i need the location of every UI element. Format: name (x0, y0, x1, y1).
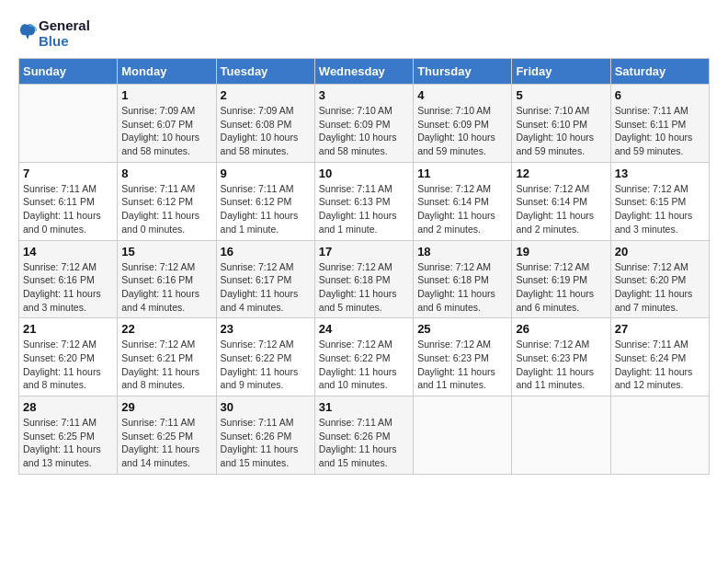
day-cell: 7Sunrise: 7:11 AM Sunset: 6:11 PM Daylig… (19, 162, 118, 240)
day-number: 18 (417, 245, 507, 259)
day-cell: 29Sunrise: 7:11 AM Sunset: 6:25 PM Dayli… (118, 396, 216, 475)
day-number: 14 (23, 245, 113, 259)
day-number: 11 (417, 167, 507, 180)
day-cell: 27Sunrise: 7:11 AM Sunset: 6:24 PM Dayli… (610, 318, 709, 396)
day-number: 19 (516, 245, 606, 259)
day-cell: 31Sunrise: 7:11 AM Sunset: 6:26 PM Dayli… (314, 396, 413, 475)
day-info: Sunrise: 7:09 AM Sunset: 6:07 PM Dayligh… (121, 104, 211, 158)
calendar-header: SundayMondayTuesdayWednesdayThursdayFrid… (19, 59, 710, 85)
day-cell: 28Sunrise: 7:11 AM Sunset: 6:25 PM Dayli… (19, 396, 118, 475)
day-info: Sunrise: 7:09 AM Sunset: 6:08 PM Dayligh… (221, 104, 311, 158)
day-info: Sunrise: 7:12 AM Sunset: 6:21 PM Dayligh… (121, 338, 211, 392)
day-cell (19, 85, 118, 163)
logo-blue: Blue (39, 34, 90, 50)
day-number: 6 (615, 88, 705, 102)
day-info: Sunrise: 7:12 AM Sunset: 6:14 PM Dayligh… (417, 182, 507, 236)
day-info: Sunrise: 7:10 AM Sunset: 6:09 PM Dayligh… (417, 104, 507, 158)
day-cell: 20Sunrise: 7:12 AM Sunset: 6:20 PM Dayli… (610, 240, 709, 318)
day-number: 17 (319, 245, 409, 259)
day-info: Sunrise: 7:10 AM Sunset: 6:10 PM Dayligh… (516, 104, 606, 158)
day-cell: 24Sunrise: 7:12 AM Sunset: 6:22 PM Dayli… (314, 318, 413, 396)
day-number: 23 (221, 322, 311, 336)
day-cell: 21Sunrise: 7:12 AM Sunset: 6:20 PM Dayli… (19, 318, 118, 396)
day-info: Sunrise: 7:11 AM Sunset: 6:11 PM Dayligh… (615, 104, 705, 158)
header-cell-thursday: Thursday (414, 59, 512, 85)
day-cell: 14Sunrise: 7:12 AM Sunset: 6:16 PM Dayli… (19, 240, 118, 318)
day-cell: 30Sunrise: 7:11 AM Sunset: 6:26 PM Dayli… (216, 396, 314, 475)
day-info: Sunrise: 7:12 AM Sunset: 6:17 PM Dayligh… (221, 260, 311, 315)
week-row-5: 28Sunrise: 7:11 AM Sunset: 6:25 PM Dayli… (19, 396, 710, 475)
day-cell: 25Sunrise: 7:12 AM Sunset: 6:23 PM Dayli… (414, 318, 512, 396)
day-cell: 6Sunrise: 7:11 AM Sunset: 6:11 PM Daylig… (610, 85, 709, 163)
day-cell (610, 396, 709, 475)
day-cell: 9Sunrise: 7:11 AM Sunset: 6:12 PM Daylig… (216, 162, 314, 240)
day-info: Sunrise: 7:11 AM Sunset: 6:25 PM Dayligh… (23, 416, 113, 470)
day-number: 25 (417, 322, 507, 336)
day-cell: 26Sunrise: 7:12 AM Sunset: 6:23 PM Dayli… (512, 318, 610, 396)
day-cell: 3Sunrise: 7:10 AM Sunset: 6:09 PM Daylig… (314, 85, 413, 163)
day-number: 1 (121, 88, 211, 102)
day-cell: 23Sunrise: 7:12 AM Sunset: 6:22 PM Dayli… (216, 318, 314, 396)
day-cell: 1Sunrise: 7:09 AM Sunset: 6:07 PM Daylig… (118, 85, 216, 163)
day-info: Sunrise: 7:12 AM Sunset: 6:23 PM Dayligh… (417, 338, 507, 392)
day-cell: 13Sunrise: 7:12 AM Sunset: 6:15 PM Dayli… (610, 162, 709, 240)
day-info: Sunrise: 7:11 AM Sunset: 6:12 PM Dayligh… (221, 182, 311, 236)
day-info: Sunrise: 7:12 AM Sunset: 6:23 PM Dayligh… (516, 338, 606, 392)
header-cell-saturday: Saturday (610, 59, 709, 85)
day-cell: 19Sunrise: 7:12 AM Sunset: 6:19 PM Dayli… (512, 240, 610, 318)
header-cell-sunday: Sunday (19, 59, 118, 85)
day-info: Sunrise: 7:11 AM Sunset: 6:24 PM Dayligh… (615, 338, 705, 392)
day-number: 21 (23, 322, 113, 336)
day-cell: 17Sunrise: 7:12 AM Sunset: 6:18 PM Dayli… (314, 240, 413, 318)
day-cell: 4Sunrise: 7:10 AM Sunset: 6:09 PM Daylig… (414, 85, 512, 163)
day-number: 9 (221, 167, 311, 180)
day-cell (512, 396, 610, 475)
day-number: 29 (121, 400, 211, 414)
day-info: Sunrise: 7:11 AM Sunset: 6:26 PM Dayligh… (319, 416, 409, 470)
day-number: 24 (319, 322, 409, 336)
day-info: Sunrise: 7:12 AM Sunset: 6:22 PM Dayligh… (221, 338, 311, 392)
day-number: 31 (319, 400, 409, 414)
day-number: 13 (615, 167, 705, 180)
header-cell-wednesday: Wednesday (314, 59, 413, 85)
day-info: Sunrise: 7:12 AM Sunset: 6:18 PM Dayligh… (417, 260, 507, 315)
day-cell: 5Sunrise: 7:10 AM Sunset: 6:10 PM Daylig… (512, 85, 610, 163)
day-info: Sunrise: 7:11 AM Sunset: 6:12 PM Dayligh… (121, 182, 211, 236)
day-info: Sunrise: 7:12 AM Sunset: 6:15 PM Dayligh… (615, 182, 705, 236)
week-row-2: 7Sunrise: 7:11 AM Sunset: 6:11 PM Daylig… (19, 162, 710, 240)
day-number: 15 (121, 245, 211, 259)
logo: General Blue (18, 18, 90, 49)
day-info: Sunrise: 7:10 AM Sunset: 6:09 PM Dayligh… (319, 104, 409, 158)
day-cell: 11Sunrise: 7:12 AM Sunset: 6:14 PM Dayli… (414, 162, 512, 240)
day-number: 3 (319, 88, 409, 102)
day-info: Sunrise: 7:12 AM Sunset: 6:22 PM Dayligh… (319, 338, 409, 392)
day-info: Sunrise: 7:11 AM Sunset: 6:11 PM Dayligh… (23, 182, 113, 236)
day-info: Sunrise: 7:11 AM Sunset: 6:13 PM Dayligh… (319, 182, 409, 236)
day-number: 16 (221, 245, 311, 259)
day-number: 26 (516, 322, 606, 336)
day-cell (414, 396, 512, 475)
header-cell-monday: Monday (118, 59, 216, 85)
day-number: 2 (221, 88, 311, 102)
day-number: 12 (516, 167, 606, 180)
logo-general: General (39, 18, 90, 34)
header-cell-tuesday: Tuesday (216, 59, 314, 85)
day-number: 20 (615, 245, 705, 259)
day-cell: 16Sunrise: 7:12 AM Sunset: 6:17 PM Dayli… (216, 240, 314, 318)
header-cell-friday: Friday (512, 59, 610, 85)
day-info: Sunrise: 7:12 AM Sunset: 6:19 PM Dayligh… (516, 260, 606, 315)
day-cell: 8Sunrise: 7:11 AM Sunset: 6:12 PM Daylig… (118, 162, 216, 240)
day-cell: 15Sunrise: 7:12 AM Sunset: 6:16 PM Dayli… (118, 240, 216, 318)
week-row-3: 14Sunrise: 7:12 AM Sunset: 6:16 PM Dayli… (19, 240, 710, 318)
day-info: Sunrise: 7:12 AM Sunset: 6:14 PM Dayligh… (516, 182, 606, 236)
day-info: Sunrise: 7:12 AM Sunset: 6:16 PM Dayligh… (121, 260, 211, 315)
day-number: 28 (23, 400, 113, 414)
day-cell: 2Sunrise: 7:09 AM Sunset: 6:08 PM Daylig… (216, 85, 314, 163)
logo-bird-icon (18, 23, 37, 41)
day-info: Sunrise: 7:11 AM Sunset: 6:26 PM Dayligh… (221, 416, 311, 470)
day-number: 22 (121, 322, 211, 336)
calendar-body: 1Sunrise: 7:09 AM Sunset: 6:07 PM Daylig… (19, 85, 710, 475)
week-row-4: 21Sunrise: 7:12 AM Sunset: 6:20 PM Dayli… (19, 318, 710, 396)
day-cell: 12Sunrise: 7:12 AM Sunset: 6:14 PM Dayli… (512, 162, 610, 240)
day-number: 4 (417, 88, 507, 102)
